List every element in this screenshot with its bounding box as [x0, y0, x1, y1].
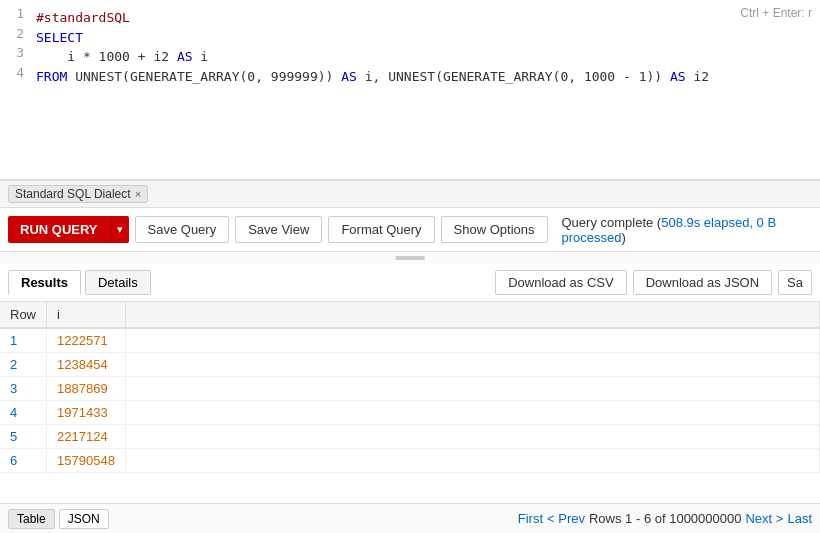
results-actions: Download as CSV Download as JSON Sa — [495, 270, 812, 295]
pagination: First < Prev Rows 1 - 6 of 1000000000 Ne… — [518, 511, 812, 526]
cell-row-num: 3 — [0, 377, 47, 401]
query-status: Query complete (508.9s elapsed, 0 B proc… — [562, 215, 813, 245]
divider-handle-icon — [395, 256, 425, 260]
code-line-2: SELECT — [36, 28, 820, 48]
cell-row-num: 5 — [0, 425, 47, 449]
pagination-last[interactable]: Last — [787, 511, 812, 526]
cell-empty — [125, 377, 819, 401]
cell-row-num: 4 — [0, 401, 47, 425]
editor-area[interactable]: 1 2 3 4 #standardSQL SELECT i * 1000 + i… — [0, 0, 820, 180]
dialect-label: Standard SQL Dialect — [15, 187, 131, 201]
save-view-button[interactable]: Save View — [235, 216, 322, 243]
code-line-4: FROM UNNEST(GENERATE_ARRAY(0, 999999)) A… — [36, 67, 820, 87]
show-options-button[interactable]: Show Options — [441, 216, 548, 243]
table-row: 41971433 — [0, 401, 820, 425]
cell-row-num: 2 — [0, 353, 47, 377]
col-header-row: Row — [0, 302, 47, 328]
cell-i-value: 15790548 — [47, 449, 126, 473]
resize-divider[interactable] — [0, 252, 820, 264]
results-tabs: Results Details — [8, 270, 151, 295]
download-json-button[interactable]: Download as JSON — [633, 270, 772, 295]
pagination-first[interactable]: First — [518, 511, 543, 526]
code-line-3: i * 1000 + i2 AS i — [36, 47, 820, 67]
cell-i-value: 1971433 — [47, 401, 126, 425]
results-table: Row i 1122257121238454318878694197143352… — [0, 302, 820, 473]
dialect-close-icon[interactable]: × — [135, 188, 141, 200]
toolbar: RUN QUERY ▾ Save Query Save View Format … — [0, 208, 820, 252]
table-row: 31887869 — [0, 377, 820, 401]
cell-empty — [125, 449, 819, 473]
download-csv-button[interactable]: Download as CSV — [495, 270, 627, 295]
ctrl-enter-hint: Ctrl + Enter: r — [740, 6, 812, 20]
dialect-tag[interactable]: Standard SQL Dialect × — [8, 185, 148, 203]
tab-results[interactable]: Results — [8, 270, 81, 295]
footer-tabs: Table JSON — [8, 509, 109, 529]
results-table-container[interactable]: Row i 1122257121238454318878694197143352… — [0, 302, 820, 503]
table-row: 21238454 — [0, 353, 820, 377]
format-query-button[interactable]: Format Query — [328, 216, 434, 243]
code-content[interactable]: #standardSQL SELECT i * 1000 + i2 AS i F… — [36, 4, 820, 90]
results-header: Results Details Download as CSV Download… — [0, 264, 820, 302]
tab-details[interactable]: Details — [85, 270, 151, 295]
line-numbers: 1 2 3 4 — [0, 4, 30, 82]
run-query-arrow-button[interactable]: ▾ — [110, 216, 129, 243]
col-header-i: i — [47, 302, 126, 328]
footer-bar: Table JSON First < Prev Rows 1 - 6 of 10… — [0, 503, 820, 533]
save-results-button[interactable]: Sa — [778, 270, 812, 295]
cell-empty — [125, 353, 819, 377]
footer-tab-table[interactable]: Table — [8, 509, 55, 529]
cell-empty — [125, 401, 819, 425]
footer-tab-json[interactable]: JSON — [59, 509, 109, 529]
cell-empty — [125, 425, 819, 449]
cell-i-value: 1238454 — [47, 353, 126, 377]
save-query-button[interactable]: Save Query — [135, 216, 230, 243]
cell-i-value: 2217124 — [47, 425, 126, 449]
table-row: 11222571 — [0, 328, 820, 353]
cell-row-num: 6 — [0, 449, 47, 473]
col-header-empty — [125, 302, 819, 328]
pagination-info: Rows 1 - 6 of 1000000000 — [589, 511, 742, 526]
cell-i-value: 1887869 — [47, 377, 126, 401]
dialect-bar: Standard SQL Dialect × — [0, 180, 820, 208]
cell-i-value: 1222571 — [47, 328, 126, 353]
cell-empty — [125, 328, 819, 353]
table-row: 615790548 — [0, 449, 820, 473]
cell-row-num: 1 — [0, 328, 47, 353]
table-row: 52217124 — [0, 425, 820, 449]
run-query-button[interactable]: RUN QUERY — [8, 216, 110, 243]
elapsed-text: 508.9s elapsed, 0 B processed — [562, 215, 777, 245]
pagination-prev[interactable]: < Prev — [547, 511, 585, 526]
run-query-group[interactable]: RUN QUERY ▾ — [8, 216, 129, 243]
code-line-1: #standardSQL — [36, 8, 820, 28]
pagination-next[interactable]: Next > — [745, 511, 783, 526]
